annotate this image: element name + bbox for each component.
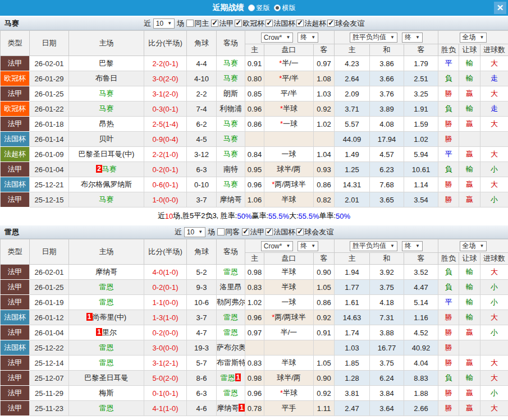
home-team: 巴黎圣日耳曼: [69, 371, 144, 386]
league-filter-label: 欧冠杯: [242, 19, 264, 29]
avg-select[interactable]: 胜平负均值▼: [350, 241, 397, 251]
games-label: 场: [208, 227, 215, 237]
league-filter[interactable]: 球会友谊: [327, 19, 364, 29]
league-filter[interactable]: 球会友谊: [296, 227, 333, 237]
result-handicap: 輸: [459, 71, 480, 86]
avg-time-select[interactable]: 终▼: [402, 33, 423, 43]
near-count-select[interactable]: 10▼: [153, 19, 175, 29]
league-filter[interactable]: 法国杯: [266, 19, 295, 29]
result-handicap: 輸: [459, 101, 480, 117]
avg-time-value: 终: [405, 241, 411, 251]
near-count-select[interactable]: 10▼: [184, 227, 205, 237]
away-team: 洛里昂: [217, 280, 245, 295]
radio-unchecked-icon[interactable]: [248, 4, 255, 11]
checkbox-checked-icon[interactable]: [296, 20, 304, 27]
avg-draw-odds: 6.24: [370, 371, 404, 386]
avg-away-odds: 2.66: [404, 401, 438, 416]
checkbox-unchecked-icon[interactable]: [217, 228, 225, 236]
result-goals: 大: [480, 265, 508, 280]
near-label: 近: [144, 19, 151, 29]
checkbox-checked-icon[interactable]: [327, 20, 335, 27]
league-filter[interactable]: 法国杯: [266, 227, 295, 237]
chevron-down-icon: ▼: [311, 35, 315, 40]
result-handicap: 贏: [459, 401, 480, 416]
col-avg-away: 客: [404, 44, 438, 56]
filter-bar: 近 10▼ 场 同客 法甲法国杯球会友谊: [175, 227, 333, 237]
odds-company-select[interactable]: Crow*▼: [261, 33, 294, 43]
near-count-value: 10: [156, 20, 163, 27]
match-date: 25-12-22: [30, 340, 69, 356]
handicap-group-header: Crow*▼ 终▼: [245, 31, 335, 44]
avg-time-select[interactable]: 终▼: [402, 241, 423, 251]
corner-score: 4-10: [187, 71, 217, 86]
filter-bar: 近 10▼ 场 同主 法甲欧冠杯法国杯法超杯球会友谊: [144, 19, 364, 29]
score: 4-1(1-0): [144, 401, 187, 416]
league-filter[interactable]: 法甲: [211, 19, 234, 29]
result-goals: 大: [480, 310, 508, 325]
col-result-handicap: 让球: [459, 253, 480, 265]
handicap-time-select[interactable]: 终▼: [298, 241, 318, 251]
avg-away-odds: 1.59: [404, 117, 438, 132]
handicap-line: 一球: [264, 295, 314, 310]
col-avg-draw: 和: [370, 44, 404, 56]
match-row: 法甲 25-11-23 雷恩 4-1(1-0) 4-6 摩纳哥1 0.78 平手…: [1, 401, 508, 416]
checkbox-checked-icon[interactable]: [235, 20, 242, 27]
avg-home-odds: 1.94: [335, 265, 370, 280]
same-side-filter[interactable]: 同客: [217, 227, 240, 237]
corner-score: 9-3: [187, 280, 217, 295]
result-wdl: 負: [438, 101, 459, 117]
league-badge: 欧冠杯: [1, 71, 30, 86]
result-goals: 大: [480, 117, 508, 132]
avg-draw-odds: 4.57: [370, 147, 404, 162]
fulltime-select[interactable]: 全场▼: [460, 33, 487, 43]
col-away: 客场: [217, 31, 245, 56]
close-button[interactable]: ✕: [494, 2, 506, 14]
avg-away-odds: 1.88: [404, 386, 438, 401]
handicap-away-odds: 0.91: [314, 325, 335, 340]
away-team: 萨布尔奥朗尼: [217, 340, 245, 356]
layout-horizontal-option[interactable]: 横版: [274, 3, 296, 13]
corner-score: 5-2: [187, 265, 217, 280]
recent-results-panel: 近期战绩 竖版 横版 ✕ 马赛 近 10▼ 场 同主 法甲欧冠杯法国杯法超杯球会: [0, 0, 508, 420]
radio-checked-icon[interactable]: [274, 4, 281, 11]
result-goals: 大: [480, 56, 508, 71]
same-side-filter[interactable]: 同主: [186, 19, 209, 29]
avg-away-odds: 40.92: [404, 340, 438, 356]
league-filter[interactable]: 法超杯: [296, 19, 326, 29]
checkbox-checked-icon[interactable]: [296, 228, 304, 236]
handicap-line: [264, 132, 314, 147]
layout-vertical-option[interactable]: 竖版: [248, 3, 270, 13]
handicap-time-select[interactable]: 终▼: [298, 33, 318, 43]
fulltime-select[interactable]: 全场▼: [460, 241, 487, 251]
league-filter[interactable]: 法甲: [242, 227, 264, 237]
avg-away-odds: 8.83: [404, 371, 438, 386]
handicap-away-odds: 1.08: [314, 71, 335, 86]
away-team: 南特: [217, 162, 245, 177]
handicap-line: *两/两球半: [264, 310, 314, 325]
result-wdl: 負: [438, 265, 459, 280]
handicap-line: *半/一: [264, 56, 314, 71]
checkbox-unchecked-icon[interactable]: [186, 20, 194, 27]
avg-select[interactable]: 胜平负均值▼: [350, 33, 397, 43]
checkbox-checked-icon[interactable]: [266, 20, 273, 27]
handicap-home-odds: [245, 340, 264, 356]
avg-home-odds: 1.28: [335, 371, 370, 386]
matches-body: 法甲 26-02-01 巴黎 2-2(0-1) 4-4 马赛 0.91 *半/一…: [1, 56, 508, 207]
result-handicap: [459, 132, 480, 147]
odds-company-select[interactable]: Crow*▼: [261, 241, 294, 251]
score: 2-5(1-4): [144, 117, 187, 132]
games-label: 场: [177, 19, 184, 29]
corner-score: 6-3: [187, 386, 217, 401]
score: 3-0(2-0): [144, 71, 187, 86]
league-filter[interactable]: 欧冠杯: [235, 19, 264, 29]
checkbox-checked-icon[interactable]: [266, 228, 273, 236]
handicap-home-odds: 0.83: [245, 356, 264, 371]
col-handicap-away: 客: [314, 253, 335, 265]
avg-away-odds: 1.79: [404, 56, 438, 71]
result-wdl: 勝: [438, 401, 459, 416]
checkbox-checked-icon[interactable]: [242, 228, 249, 236]
checkbox-checked-icon[interactable]: [211, 20, 218, 27]
result-wdl: 勝: [438, 86, 459, 101]
corner-score: 5-7: [187, 356, 217, 371]
away-team: 马赛: [217, 71, 245, 86]
